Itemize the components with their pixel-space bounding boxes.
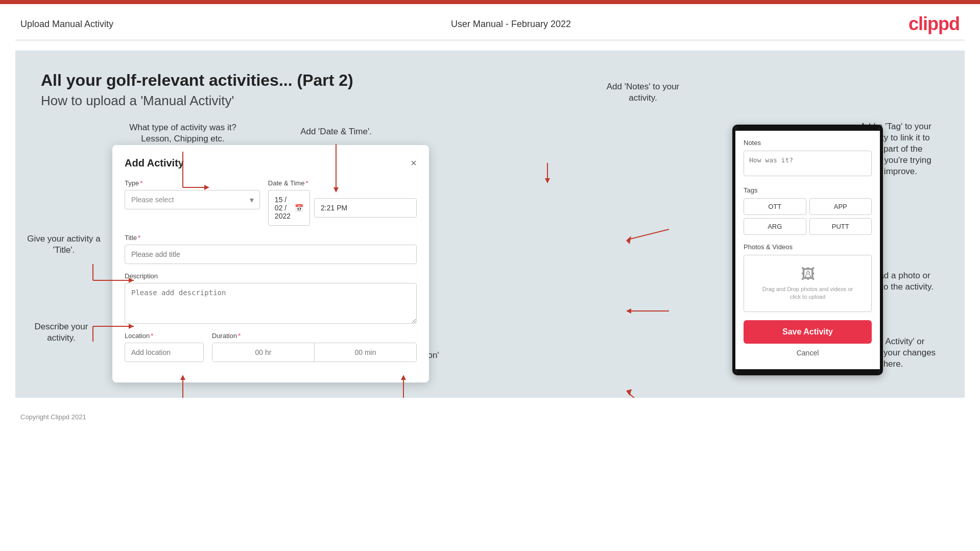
tags-grid: OTT APP ARG PUTT [744,198,872,235]
page-title: All your golf-relevant activities... (Pa… [41,71,939,90]
header-center-text: User Manual - February 2022 [451,19,571,30]
location-group: Location* [125,332,204,362]
datetime-group: Date & Time* 15 / 02 / 2022 📅 [268,179,417,226]
notes-section-label: Notes [744,139,872,147]
title-group: Title* [125,234,417,264]
header-divider [15,40,965,40]
modal-close-button[interactable]: × [411,157,417,169]
save-activity-button[interactable]: Save Activity [744,320,872,344]
annotation-notes: Add 'Notes' to youractivity. [592,81,694,104]
add-activity-modal: Add Activity × Type* Please select ▾ Dat… [112,145,429,382]
annotation-what-type: What type of activity was it?Lesson, Chi… [127,122,239,145]
annotation-date-time: Add 'Date & Time'. [295,126,377,137]
type-group: Type* Please select ▾ [125,179,260,226]
title-label: Title* [125,234,417,242]
modal-title: Add Activity [125,157,184,169]
datetime-label: Date & Time* [268,179,417,187]
svg-marker-22 [626,389,632,396]
svg-marker-20 [626,308,631,314]
calendar-icon: 📅 [295,204,303,212]
annotation-describe: Describe youractivity. [23,321,100,344]
page-subtitle: How to upload a 'Manual Activity' [41,93,939,109]
top-bar [0,0,980,4]
type-label: Type* [125,179,260,187]
duration-hr-input[interactable] [212,343,315,362]
tags-label: Tags [744,186,872,194]
annotation-title: Give your activity a'Title'. [26,233,102,256]
date-time-inputs: 15 / 02 / 2022 📅 [268,190,417,226]
main-content: All your golf-relevant activities... (Pa… [15,51,965,398]
header: Upload Manual Activity User Manual - Feb… [0,4,980,40]
location-duration-row: Location* Duration* [125,332,417,362]
tag-app[interactable]: APP [809,198,872,215]
tag-ott[interactable]: OTT [744,198,806,215]
notes-textarea[interactable] [744,151,872,176]
photo-upload-icon: 🖼 [754,266,861,282]
svg-line-21 [628,393,669,398]
location-label: Location* [125,332,204,340]
location-input[interactable] [125,343,204,362]
copyright-text: Copyright Clippd 2021 [20,413,86,421]
time-input[interactable] [314,198,417,218]
type-select[interactable]: Please select [125,190,260,209]
photos-label: Photos & Videos [744,243,872,251]
logo: clippd [909,13,960,34]
phone-inner: Notes Tags OTT APP ARG PUTT Photos & Vid… [735,131,880,369]
date-input[interactable]: 15 / 02 / 2022 📅 [268,190,310,226]
tag-putt[interactable]: PUTT [809,218,872,235]
duration-inputs [212,343,417,362]
photos-drop-text: Drag and Drop photos and videos orclick … [754,285,861,301]
description-label: Description [125,272,417,280]
duration-min-input[interactable] [315,343,416,362]
date-value: 15 / 02 / 2022 [275,196,291,220]
type-datetime-row: Type* Please select ▾ Date & Time* 15 / … [125,179,417,226]
duration-group: Duration* [212,332,417,362]
phone-bottom-bar [735,369,880,372]
duration-label: Duration* [212,332,417,340]
tag-arg[interactable]: ARG [744,218,806,235]
modal-header: Add Activity × [125,157,417,169]
type-select-wrapper: Please select ▾ [125,190,260,209]
logo-container: clippd [909,13,960,35]
photos-drop-area[interactable]: 🖼 Drag and Drop photos and videos orclic… [744,255,872,312]
svg-marker-16 [545,178,550,183]
svg-marker-18 [626,236,631,244]
title-input[interactable] [125,245,417,264]
phone-panel: Notes Tags OTT APP ARG PUTT Photos & Vid… [732,125,883,375]
description-group: Description [125,272,417,324]
description-textarea[interactable] [125,283,417,324]
cancel-link[interactable]: Cancel [744,349,872,361]
footer: Copyright Clippd 2021 [0,408,980,426]
header-left-text: Upload Manual Activity [20,19,113,30]
svg-line-17 [628,229,669,239]
